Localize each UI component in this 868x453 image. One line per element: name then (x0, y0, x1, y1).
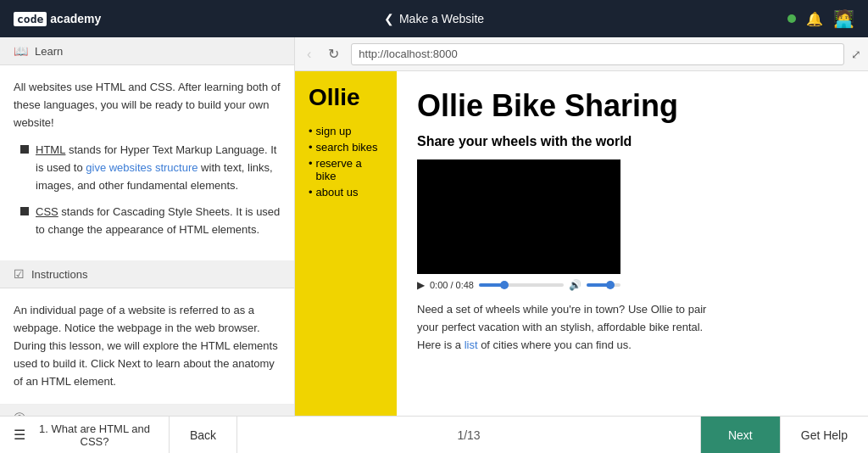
book-icon: 📖 (14, 44, 28, 58)
bullet-css-text: CSS stands for Cascading Style Sheets. I… (36, 204, 281, 239)
video-time-label: 0:00 / 0:48 (430, 280, 474, 290)
site-description: Need a set of wheels while you're in tow… (417, 301, 722, 354)
page-indicator: 1/13 (237, 428, 700, 442)
next-button[interactable]: Next (700, 417, 780, 453)
site-nav: sign up search bikes reserve a bike abou… (309, 125, 383, 199)
instructions-section-header: ☑ Instructions (0, 260, 294, 288)
expand-button[interactable]: ⤢ (851, 48, 861, 61)
lesson-title-label: 1. What are HTML and CSS? (34, 422, 155, 448)
get-help-button[interactable]: Get Help (780, 417, 868, 453)
back-button[interactable]: ‹ (302, 45, 316, 64)
title-text: Make a Website (399, 12, 484, 25)
bullet-square-1 (20, 145, 29, 154)
user-avatar[interactable]: 🧑‍💻 (833, 8, 854, 29)
video-progress-thumb (500, 281, 509, 289)
browser-bar: ‹ ↻ ⤢ (295, 37, 868, 71)
title-chevron-icon: ❮ (384, 12, 394, 25)
bottom-bar: ☰ 1. What are HTML and CSS? Back 1/13 Ne… (0, 416, 868, 453)
volume-thumb (606, 281, 615, 289)
site-subtitle: Share your wheels with the world (417, 134, 848, 149)
learn-bullets: HTML stands for Hyper Text Markup Langua… (14, 142, 281, 238)
back-nav-button[interactable]: Back (170, 417, 237, 453)
learn-section-header: 📖 Learn (0, 37, 294, 65)
main-layout: 📖 Learn All websites use HTML and CSS. A… (0, 37, 868, 416)
url-input[interactable] (351, 43, 844, 65)
give-structure-link[interactable]: give websites structure (86, 161, 198, 174)
site-sidebar: Ollie sign up search bikes reserve a bik… (295, 71, 397, 416)
checkbox-icon: ☑ (14, 267, 25, 281)
page-title: ❮ Make a Website (384, 12, 484, 25)
nav-item-about: about us (309, 186, 383, 199)
nav-item-search: search bikes (309, 141, 383, 154)
top-bar-icons: 🔔 🧑‍💻 (787, 8, 854, 29)
menu-button[interactable]: ☰ 1. What are HTML and CSS? (0, 417, 170, 453)
video-progress-bar[interactable] (479, 283, 564, 287)
video-player (417, 159, 620, 274)
report-bug-section-header[interactable]: ⓪ Report a Bug (0, 405, 294, 416)
bullet-html-text: HTML stands for Hyper Text Markup Langua… (36, 142, 281, 194)
website-preview: Ollie sign up search bikes reserve a bik… (295, 71, 868, 416)
logo: code academy (14, 12, 101, 26)
bullet-css: CSS stands for Cascading Style Sheets. I… (20, 204, 281, 239)
cities-list-link[interactable]: list (465, 338, 478, 351)
site-main-title: Ollie Bike Sharing (417, 88, 848, 124)
refresh-button[interactable]: ↻ (323, 44, 344, 64)
play-button[interactable]: ▶ (417, 279, 425, 291)
instructions-content: An individual page of a website is refer… (0, 288, 294, 405)
site-sidebar-title: Ollie (309, 85, 383, 111)
volume-icon: 🔊 (569, 279, 581, 291)
status-dot (787, 14, 796, 23)
instructions-text: An individual page of a website is refer… (14, 302, 281, 390)
learn-intro-text: All websites use HTML and CSS. After lea… (14, 79, 281, 131)
hamburger-icon: ☰ (14, 427, 25, 443)
volume-bar[interactable] (587, 283, 620, 287)
site-main: Ollie Bike Sharing Share your wheels wit… (397, 71, 868, 416)
learn-header-label: Learn (35, 45, 63, 58)
bell-icon[interactable]: 🔔 (806, 11, 823, 27)
bullet-square-2 (20, 207, 29, 215)
right-panel: ‹ ↻ ⤢ Ollie sign up search bikes reserve… (295, 37, 868, 416)
bullet-html: HTML stands for Hyper Text Markup Langua… (20, 142, 281, 194)
nav-item-reserve: reserve a bike (309, 157, 383, 182)
video-controls: ▶ 0:00 / 0:48 🔊 (417, 279, 620, 291)
logo-code: code (14, 12, 47, 26)
top-bar: code academy ❮ Make a Website 🔔 🧑‍💻 (0, 0, 868, 37)
logo-academy: academy (50, 12, 101, 25)
site-description-end: of cities where you can find us. (478, 338, 632, 351)
nav-item-signup: sign up (309, 125, 383, 137)
left-panel: 📖 Learn All websites use HTML and CSS. A… (0, 37, 295, 416)
learn-content: All websites use HTML and CSS. After lea… (0, 65, 294, 260)
instructions-header-label: Instructions (31, 268, 87, 281)
